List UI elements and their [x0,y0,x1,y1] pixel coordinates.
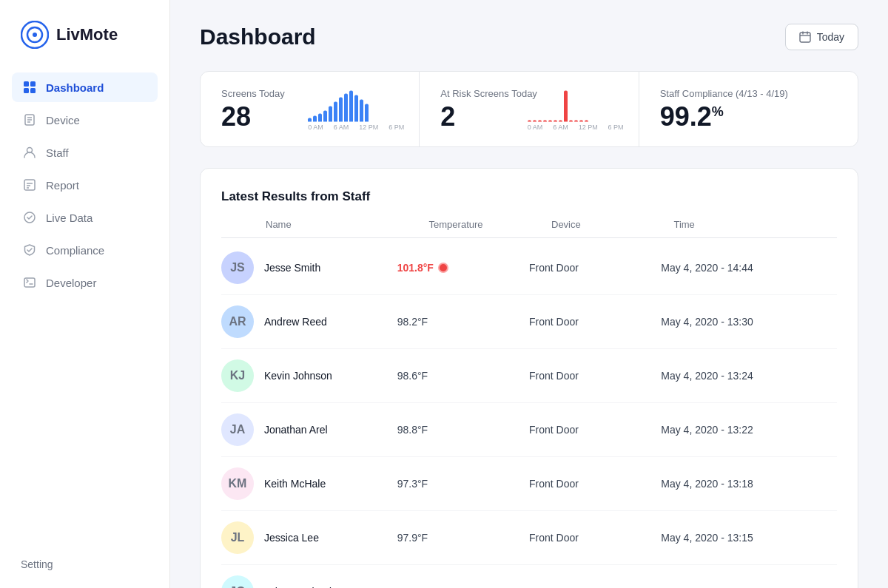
temperature-cell: 97.3°F [397,477,529,490]
main-content: Dashboard Today Screens Today 28 0 AM6 A… [170,0,888,588]
stat-chart: 0 AM6 AM12 PM6 PM [308,88,404,130]
chart-bar [564,90,568,121]
temperature-normal: 98.6°F [397,370,428,382]
avatar-initials: JO [221,575,254,588]
svg-rect-17 [24,278,35,287]
report-icon [22,178,37,192]
app-name: LivMote [56,25,118,44]
chart-bar [349,90,353,121]
temperature-cell: 98.6°F [397,369,529,382]
dashboard-icon [22,80,37,95]
avatar-initials: JA [221,413,254,446]
avatar-initials: KJ [221,359,254,392]
stat-card-screens-today: Screens Today 28 0 AM6 AM12 PM6 PM [201,72,420,146]
sidebar-label-dashboard: Dashboard [46,81,104,94]
chart-bar [533,120,536,121]
today-button-label: Today [817,31,844,43]
sidebar-label-report: Report [46,179,79,192]
chart-bar [318,113,322,121]
chart-bar [323,110,327,121]
logo: LivMote [0,0,169,72]
today-button[interactable]: Today [785,24,858,50]
time-cell: May 4, 2020 - 13:18 [661,478,837,490]
person-name: Keith McHale [264,478,326,490]
developer-icon [22,275,37,290]
svg-rect-3 [24,81,29,87]
sidebar-item-live-data[interactable]: Live Data [12,203,158,232]
table-row[interactable]: KM Keith McHale 97.3°F Front Door May 4,… [221,457,837,511]
chart-bar [313,115,317,121]
table-column-header: Temperature [429,219,551,230]
stat-card-at-risk-screens-today: At Risk Screens Today 2 0 AM6 AM12 PM6 P… [420,72,639,146]
avatar: KM [221,467,254,500]
results-section: Latest Results from Staff NameTemperatur… [200,168,858,588]
temperature-cell: 101.8°F [397,262,529,274]
chart-bar [339,97,343,121]
table-body: JS Jesse Smith 101.8°F Front Door May 4,… [221,241,837,588]
sidebar-label-developer: Developer [46,277,96,289]
person-cell: JO Johnny Orlando [221,575,397,588]
chart-bar [569,120,573,121]
risk-indicator [438,263,448,273]
temperature-cell: 98.8°F [397,423,529,436]
device-cell: Front Door [529,478,661,490]
table-row[interactable]: JS Jesse Smith 101.8°F Front Door May 4,… [221,241,837,295]
svg-rect-12 [24,180,35,190]
person-cell: KJ Kevin Johnson [221,359,397,392]
calendar-icon [799,31,811,43]
person-cell: JS Jesse Smith [221,251,397,284]
sidebar-item-report[interactable]: Report [12,170,158,200]
avatar-initials: AR [221,305,254,338]
navigation: Dashboard Device Staff [0,72,169,541]
device-cell: Front Door [529,424,661,436]
sidebar-item-dashboard[interactable]: Dashboard [12,72,158,102]
sidebar: LivMote Dashboard [0,0,170,588]
chart-bar [579,120,583,121]
chart-bar [585,120,588,121]
chart-bar [360,99,363,121]
settings-link[interactable]: Setting [0,541,169,588]
sidebar-label-compliance: Compliance [46,244,104,257]
table-row[interactable]: JL Jessica Lee 97.9°F Front Door May 4, … [221,511,837,565]
temperature-cell: 97.8°F [397,585,529,588]
table-column-header: Name [266,219,429,230]
person-name: Kevin Johnson [264,370,332,382]
person-cell: AR Andrew Reed [221,305,397,338]
chart-bar [538,120,542,121]
page-title: Dashboard [200,24,316,50]
time-cell: May 4, 2020 - 14:44 [661,262,837,274]
table-row[interactable]: JO Johnny Orlando 97.8°F Front Door May … [221,565,837,588]
livmote-logo-icon [21,21,49,49]
table-row[interactable]: AR Andrew Reed 98.2°F Front Door May 4, … [221,295,837,349]
table-row[interactable]: JA Jonathan Arel 98.8°F Front Door May 4… [221,403,837,457]
sidebar-item-compliance[interactable]: Compliance [12,235,158,265]
chart-bar [543,120,547,121]
chart-bar [574,120,578,121]
temperature-cell: 98.2°F [397,315,529,328]
sidebar-item-device[interactable]: Device [12,105,158,135]
temperature-normal: 97.9°F [397,532,428,544]
person-cell: KM Keith McHale [221,467,397,500]
device-icon [22,112,37,127]
avatar: JS [221,251,254,284]
person-name: Andrew Reed [264,316,327,328]
temperature-normal: 97.3°F [397,478,428,490]
table-column-header: Time [673,219,837,230]
chart-bar [554,120,557,121]
svg-rect-6 [30,88,36,93]
sidebar-item-staff[interactable]: Staff [12,138,158,167]
chart-bar [365,104,369,121]
avatar: KJ [221,359,254,392]
time-cell: May 4, 2020 - 13:15 [661,532,837,544]
sidebar-item-developer[interactable]: Developer [12,268,158,297]
compliance-icon [22,243,37,257]
chart-bar [344,93,348,121]
avatar-initials: KM [221,467,254,500]
chart-bar [334,101,337,121]
table-row[interactable]: KJ Kevin Johnson 98.6°F Front Door May 4… [221,349,837,403]
device-cell: Front Door [529,532,661,544]
sidebar-label-device: Device [46,114,80,126]
chart-bar [559,120,562,121]
person-name: Jonathan Arel [264,424,328,436]
avatar: AR [221,305,254,338]
